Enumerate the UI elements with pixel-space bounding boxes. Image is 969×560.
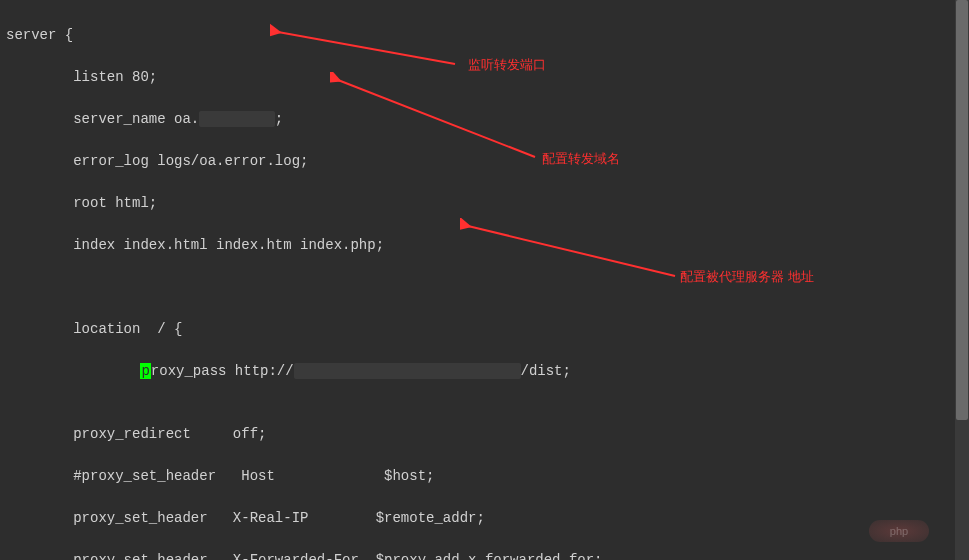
code-line: #proxy_set_header Host $host; xyxy=(6,466,963,487)
code-line: proxy_redirect off; xyxy=(6,424,963,445)
code-line: index index.html index.htm index.php; xyxy=(6,235,963,256)
code-line: proxy_pass http://xxxxxxxxxxxxxxxxxxxxxx… xyxy=(6,361,963,382)
code-line: proxy_set_header X-Real-IP $remote_addr; xyxy=(6,508,963,529)
code-line: proxy_set_header X-Forwarded-For $proxy_… xyxy=(6,550,963,560)
redacted-url: xxxxxxxxxxxxxxxxxxxxxxxxxxx xyxy=(294,363,521,379)
scrollbar-thumb[interactable] xyxy=(956,0,968,420)
code-line: server { xyxy=(6,25,963,46)
code-editor[interactable]: server { listen 80; server_name oa.xxxxx… xyxy=(0,0,969,560)
code-line: error_log logs/oa.error.log; xyxy=(6,151,963,172)
code-line: server_name oa.xxxxxxxxx; xyxy=(6,109,963,130)
watermark: php xyxy=(869,520,929,542)
text-cursor: p xyxy=(140,363,150,379)
redacted-domain: xxxxxxxxx xyxy=(199,111,275,127)
code-line: listen 80; xyxy=(6,67,963,88)
code-line: location / { xyxy=(6,319,963,340)
code-line: root html; xyxy=(6,193,963,214)
vertical-scrollbar[interactable] xyxy=(955,0,969,560)
